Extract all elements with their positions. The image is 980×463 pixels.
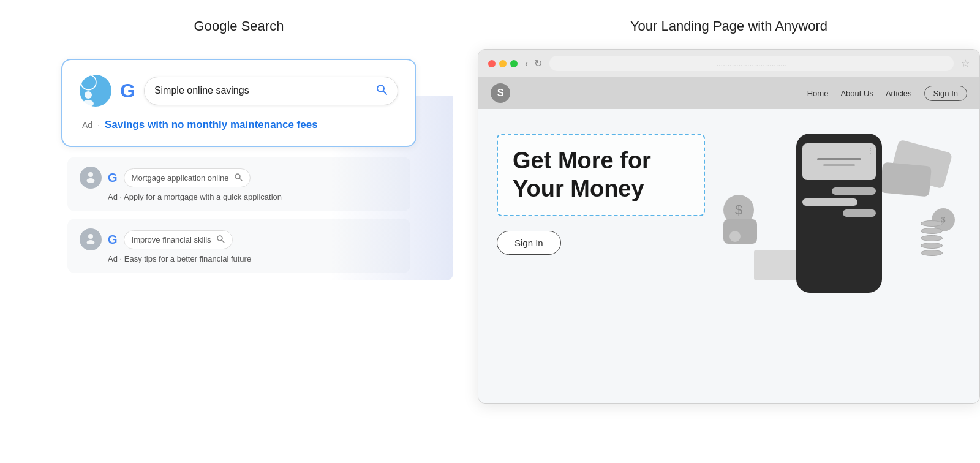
traffic-lights <box>488 60 518 67</box>
secondary-search-row-1: G Mortgage application online <box>80 167 398 189</box>
avatar: ◯ <box>80 75 111 107</box>
svg-point-0 <box>85 91 92 99</box>
main-container: Google Search ◯ G <box>0 0 980 463</box>
phone-body: ⋮ <box>796 134 882 293</box>
deco-coin-stack <box>921 220 943 256</box>
address-bar-text: ................................ <box>716 59 787 68</box>
search-box[interactable]: Simple online savings <box>144 77 398 105</box>
search-cards-area: ◯ G Simple online savings <box>24 59 453 280</box>
secondary-card-1: G Mortgage application online <box>67 157 410 211</box>
ad-dot: · <box>97 120 100 130</box>
secondary-ad-label-2: Ad · Easy tips for a better financial fu… <box>108 254 251 263</box>
site-navbar: S Home About Us Articles Sign In <box>478 77 979 109</box>
secondary-search-query-2: Improve financial skills <box>132 235 211 244</box>
small-avatar-2 <box>80 228 102 250</box>
browser-mockup: ‹ ↻ ................................ ☆ S… <box>478 49 980 404</box>
primary-search-row: ◯ G Simple online savings <box>80 75 398 107</box>
browser-titlebar: ‹ ↻ ................................ ☆ <box>478 50 979 77</box>
chat-line-2 <box>802 198 858 206</box>
small-search-box-2[interactable]: Improve financial skills <box>124 230 233 249</box>
secondary-search-row-2: G Improve financial skills <box>80 228 398 250</box>
svg-point-4 <box>88 172 93 177</box>
secondary-ad-line-1: Ad · Apply for a mortgage with a quick a… <box>80 192 398 201</box>
ad-label: Ad <box>82 120 92 130</box>
site-logo: S <box>491 83 510 103</box>
small-user-icon-2 <box>85 232 97 247</box>
user-icon: ◯ <box>80 73 111 108</box>
deco-card-behind <box>880 162 932 197</box>
deco-paper <box>754 250 803 280</box>
right-section: Your Landing Page with Anyword ‹ ↻ .....… <box>453 12 980 451</box>
nav-link-articles[interactable]: Articles <box>886 89 912 98</box>
back-button[interactable]: ‹ <box>525 58 528 69</box>
stack-coin-5 <box>921 250 943 256</box>
small-search-icon-1 <box>234 173 243 183</box>
stack-coin-1 <box>921 220 943 227</box>
deco-wallet-clasp <box>729 231 741 242</box>
chat-line-3 <box>843 209 876 217</box>
svg-point-8 <box>88 234 93 239</box>
search-icon <box>375 83 388 99</box>
phone-card-line-2 <box>823 164 855 166</box>
phone-menu-dots: ⋮ <box>866 146 875 156</box>
landing-content: Get More for Your Money Sign In $ $ ⋮ <box>478 109 979 403</box>
site-nav-links: Home About Us Articles Sign In <box>522 86 967 101</box>
secondary-ad-label-1: Ad · Apply for a mortgage with a quick a… <box>108 192 282 201</box>
stack-coin-3 <box>921 235 943 241</box>
primary-ad-line: Ad · Savings with no monthly maintenance… <box>80 119 398 131</box>
small-google-logo-1: G <box>108 171 118 185</box>
nav-link-home[interactable]: Home <box>807 89 829 98</box>
svg-line-11 <box>222 240 224 243</box>
traffic-light-red[interactable] <box>488 60 496 67</box>
headline-box: Get More for Your Money <box>497 134 705 216</box>
secondary-cards: G Mortgage application online <box>67 157 410 273</box>
small-avatar-1 <box>80 167 102 189</box>
secondary-search-query-1: Mortgage application online <box>132 173 229 183</box>
ad-headline: Savings with no monthly maintenance fees <box>105 119 318 131</box>
svg-line-7 <box>239 178 242 181</box>
search-query-text: Simple online savings <box>154 85 375 96</box>
phone-screen-card <box>802 143 876 180</box>
bookmark-icon[interactable]: ☆ <box>961 58 970 69</box>
browser-address-bar[interactable]: ................................ <box>549 56 954 71</box>
svg-point-1 <box>83 100 94 106</box>
browser-nav: ‹ ↻ <box>525 58 542 69</box>
left-section: Google Search ◯ G <box>24 12 453 451</box>
primary-search-card: ◯ G Simple online savings <box>61 59 417 147</box>
deco-wallet <box>723 219 757 244</box>
small-search-box-1[interactable]: Mortgage application online <box>124 168 251 187</box>
small-search-icon-2 <box>216 235 225 245</box>
refresh-button[interactable]: ↻ <box>534 58 542 69</box>
traffic-light-green[interactable] <box>510 60 518 67</box>
traffic-light-yellow[interactable] <box>499 60 507 67</box>
svg-point-5 <box>87 178 95 183</box>
chat-line-1 <box>832 187 876 195</box>
headline-text: Get More for Your Money <box>513 147 689 203</box>
google-logo: G <box>120 80 135 102</box>
secondary-card-2: G Improve financial skills <box>67 219 410 273</box>
stack-coin-2 <box>921 228 943 234</box>
nav-signin-button[interactable]: Sign In <box>924 86 967 101</box>
svg-line-3 <box>383 91 387 94</box>
secondary-ad-line-2: Ad · Easy tips for a better financial fu… <box>80 254 398 263</box>
landing-cta-button[interactable]: Sign In <box>497 231 561 255</box>
phone-illustration: $ $ ⋮ <box>717 134 961 293</box>
landing-left: Get More for Your Money Sign In <box>497 134 705 255</box>
small-user-icon-1 <box>85 170 97 186</box>
phone-chat-lines <box>802 185 876 219</box>
small-google-logo-2: G <box>108 233 118 247</box>
stack-coin-4 <box>921 243 943 249</box>
right-section-title: Your Landing Page with Anyword <box>630 18 827 34</box>
phone-card-line-1 <box>817 158 862 160</box>
left-section-title: Google Search <box>194 18 284 34</box>
nav-link-about[interactable]: About Us <box>840 89 873 98</box>
svg-point-9 <box>87 240 95 244</box>
